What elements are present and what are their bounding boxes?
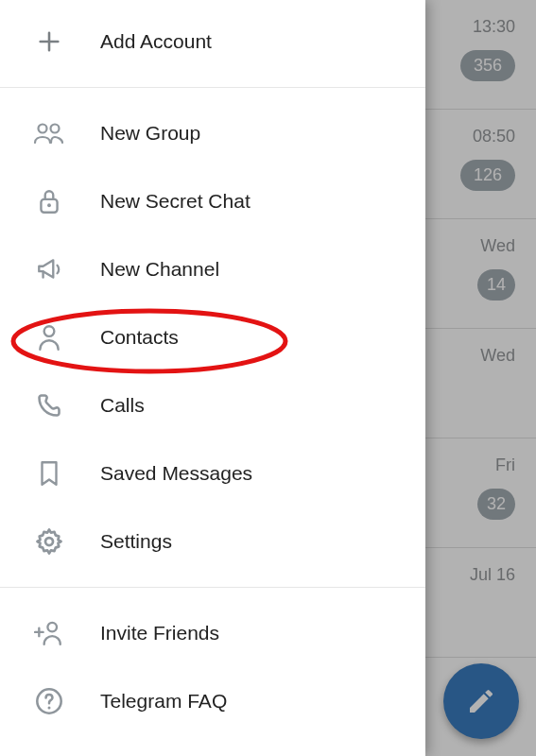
contacts-item[interactable]: Contacts	[0, 303, 425, 371]
new-group-label: New Group	[100, 122, 200, 145]
svg-point-3	[47, 203, 51, 207]
contacts-label: Contacts	[100, 326, 179, 349]
divider	[0, 587, 425, 588]
calls-label: Calls	[100, 394, 145, 417]
telegram-faq-item[interactable]: Telegram FAQ	[0, 667, 425, 735]
help-icon	[26, 679, 72, 724]
saved-messages-item[interactable]: Saved Messages	[0, 439, 425, 507]
svg-point-8	[48, 706, 51, 709]
svg-point-0	[39, 125, 47, 133]
new-secret-chat-label: New Secret Chat	[100, 190, 251, 213]
settings-item[interactable]: Settings	[0, 507, 425, 576]
plus-icon	[26, 19, 72, 64]
group-icon	[26, 111, 72, 156]
svg-point-6	[47, 623, 57, 632]
person-icon	[26, 315, 72, 360]
megaphone-icon	[26, 247, 72, 292]
saved-messages-label: Saved Messages	[100, 462, 252, 485]
new-group-item[interactable]: New Group	[0, 99, 425, 167]
dim-overlay	[423, 0, 536, 756]
settings-label: Settings	[100, 530, 172, 553]
invite-friends-item[interactable]: Invite Friends	[0, 599, 425, 667]
telegram-faq-label: Telegram FAQ	[100, 690, 227, 713]
add-account-item[interactable]: Add Account	[0, 8, 425, 76]
navigation-drawer: Add Account New Group	[0, 0, 425, 756]
new-secret-chat-item[interactable]: New Secret Chat	[0, 167, 425, 235]
phone-icon	[26, 383, 72, 428]
bookmark-icon	[26, 451, 72, 496]
add-person-icon	[26, 610, 72, 656]
new-channel-item[interactable]: New Channel	[0, 235, 425, 303]
calls-item[interactable]: Calls	[0, 371, 425, 439]
gear-icon	[26, 519, 72, 564]
svg-point-4	[44, 326, 55, 336]
svg-point-1	[51, 125, 60, 133]
divider	[0, 87, 425, 88]
lock-icon	[26, 179, 72, 224]
svg-point-5	[45, 538, 53, 545]
new-channel-label: New Channel	[100, 258, 219, 281]
invite-friends-label: Invite Friends	[100, 622, 219, 644]
add-account-label: Add Account	[100, 30, 212, 53]
